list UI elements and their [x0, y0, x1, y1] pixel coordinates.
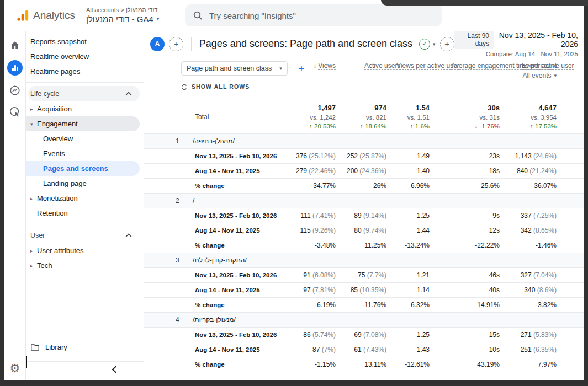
search-bar[interactable]: [185, 4, 442, 26]
empty-cell: [144, 208, 185, 223]
sidebar-item-pages-and-screens[interactable]: Pages and screens: [26, 161, 140, 176]
metric-cell: 34.77%: [293, 179, 336, 194]
event-filter-dropdown[interactable]: All events ▾: [500, 72, 557, 80]
add-comparison-icon[interactable]: +: [169, 37, 183, 51]
advertising-icon[interactable]: [8, 105, 22, 119]
expand-arrow-icon[interactable]: ▸: [30, 263, 37, 269]
metric-cell: 1.40: [386, 164, 430, 179]
metric-percent: (5.74%): [311, 331, 336, 339]
table-row-group-header[interactable]: 3/התקנת-קודן-לדלת/: [144, 253, 584, 268]
column-header-active-users[interactable]: Active users: [336, 57, 386, 100]
row-number: 4: [144, 313, 185, 328]
chevron-down-icon[interactable]: ▾: [433, 41, 436, 47]
page-title[interactable]: Pages and screens: Page path and screen …: [199, 38, 412, 50]
table-row-change[interactable]: % change-3.48%11.25%-13.24%-22.22%-1.46%: [144, 238, 584, 253]
metric-value: 271: [521, 331, 532, 339]
sidebar-item-label: Reports snapshot: [30, 37, 87, 46]
collapse-arrow-icon[interactable]: ▾: [30, 121, 37, 127]
empty-cell: [144, 164, 185, 179]
total-value: 974: [336, 104, 386, 112]
table-row-partial: [144, 372, 584, 378]
expand-arrow-icon[interactable]: ▸: [30, 106, 37, 112]
expand-arrow-icon[interactable]: ▸: [30, 248, 37, 254]
account-switcher[interactable]: All accounts > דודי המנעולן דודי המנעולן…: [86, 7, 159, 25]
metric-value: 342: [521, 227, 532, 234]
metric-cell: 251 (6.35%): [500, 342, 584, 357]
total-change: ↑ 18.64%: [336, 123, 386, 130]
table-row-change[interactable]: % change-6.19%-11.76%6.32%14.91%-3.82%: [144, 298, 584, 313]
sidebar-item-label: Realtime pages: [30, 67, 80, 76]
sidebar-item-landing-page[interactable]: Landing page: [26, 176, 140, 191]
home-icon[interactable]: [8, 39, 22, 52]
table-row-change[interactable]: % change-1.15%13.11%-12.61%43.19%7.97%: [144, 357, 584, 372]
metric-cell: 376 (25.12%): [293, 149, 336, 164]
metric-cell: 1,143 (24.6%): [500, 149, 584, 164]
dimension-selector[interactable]: Page path and screen class ▾: [181, 61, 288, 76]
table-row-previous[interactable]: Aug 14 - Nov 11, 202597 (7.81%)85 (10.35…: [144, 283, 584, 298]
metric-cell: -1.15%: [293, 357, 336, 372]
reports-icon[interactable]: [7, 60, 23, 76]
sidebar-item-realtime-pages[interactable]: Realtime pages: [26, 64, 140, 79]
empty-cell: [430, 313, 500, 328]
sidebar-item-events[interactable]: Events: [26, 146, 140, 161]
empty-cell: [336, 194, 386, 208]
table-row-group-header[interactable]: 1/מנעולן-בחיפה/: [144, 134, 584, 149]
empty-cell: [144, 179, 185, 194]
metric-cell: 271 (5.83%): [500, 328, 584, 342]
table-row-current[interactable]: Nov 13, 2025 - Feb 10, 202686 (5.74%)69 …: [144, 328, 584, 342]
total-change: ↓ -1.76%: [430, 123, 500, 130]
report-valid-icon[interactable]: ✓: [419, 39, 430, 50]
sidebar-section-user[interactable]: User: [28, 228, 140, 243]
sidebar-item-tech[interactable]: ▸Tech: [26, 258, 140, 273]
chevron-up-icon[interactable]: [125, 92, 132, 96]
sidebar-item-overview[interactable]: Overview: [26, 131, 140, 146]
chevron-up-icon[interactable]: [125, 233, 132, 238]
metric-cell: 111 (7.41%): [293, 208, 336, 223]
table-row-group-header[interactable]: 4/מנעולן-בקריות/: [144, 313, 584, 328]
empty-cell: [500, 194, 584, 208]
expand-arrow-icon[interactable]: ▸: [30, 196, 37, 201]
metric-cell: 11.25%: [336, 238, 386, 253]
total-vs: vs. 1.51: [386, 114, 430, 121]
table-row-group-header[interactable]: 2/: [144, 194, 584, 208]
sidebar-item-monetization[interactable]: ▸Monetization: [26, 191, 140, 206]
explore-icon[interactable]: [8, 84, 22, 97]
metric-cell: 1.43: [386, 342, 430, 357]
sidebar-item-library[interactable]: Library: [26, 339, 144, 355]
table-row-current[interactable]: Nov 13, 2025 - Feb 10, 2026111 (7.41%)89…: [144, 208, 584, 223]
table-row-current[interactable]: Nov 13, 2025 - Feb 10, 2026376 (25.12%)2…: [144, 149, 584, 164]
collapse-sidebar-icon[interactable]: [111, 366, 117, 373]
sidebar-item-realtime-overview[interactable]: Realtime overview: [26, 49, 140, 64]
table-row-previous[interactable]: Aug 14 - Nov 11, 2025115 (9.26%)80 (9.74…: [144, 223, 584, 238]
sidebar-item-reports-snapshot[interactable]: Reports snapshot: [26, 34, 140, 49]
table-row-current[interactable]: Nov 13, 2025 - Feb 10, 202691 (6.08%)75 …: [144, 268, 584, 283]
table-row-previous[interactable]: Aug 14 - Nov 11, 202587 (7%)61 (7.43%)1.…: [144, 342, 584, 357]
sidebar-item-retention[interactable]: Retention: [26, 206, 140, 221]
sidebar-section-life-cycle[interactable]: Life cycle: [28, 86, 140, 101]
show-all-rows-button[interactable]: SHOW ALL ROWS: [181, 83, 293, 91]
table-row-change[interactable]: % change34.77%26%6.96%25.6%36.07%: [144, 179, 584, 194]
sidebar-item-engagement[interactable]: ▾Engagement: [26, 116, 140, 131]
unfold-icon: [181, 83, 187, 91]
avatar[interactable]: A: [150, 37, 165, 51]
total-value: 4,647: [500, 104, 557, 112]
change-label: % change: [185, 357, 293, 372]
metric-cell: 80 (9.74%): [336, 223, 386, 238]
table-row-previous[interactable]: Aug 14 - Nov 11, 2025279 (22.46%)200 (24…: [144, 164, 584, 179]
metric-cell: 9s: [430, 208, 500, 223]
metric-percent: (9.26%): [311, 227, 336, 234]
add-report-icon[interactable]: +: [440, 37, 454, 51]
empty-cell: [144, 298, 185, 313]
date-range-preset[interactable]: Last 90 days: [454, 31, 494, 49]
metric-value: 200: [347, 167, 358, 175]
sidebar-item-label: Acquisition: [37, 105, 72, 113]
sidebar-item-acquisition[interactable]: ▸Acquisition: [26, 101, 140, 116]
chevron-down-icon: ▾: [279, 65, 282, 73]
add-dimension-icon[interactable]: +: [298, 63, 304, 74]
total-vs: vs. 821: [336, 114, 386, 121]
gear-icon[interactable]: ⚙: [4, 362, 25, 375]
sidebar-item-user-attributes[interactable]: ▸User attributes: [26, 243, 140, 258]
search-input[interactable]: [209, 11, 434, 20]
date-range-dates[interactable]: Nov 13, 2025 - Feb 10, 2026: [498, 31, 578, 49]
chevron-down-icon[interactable]: ▾: [157, 16, 160, 22]
